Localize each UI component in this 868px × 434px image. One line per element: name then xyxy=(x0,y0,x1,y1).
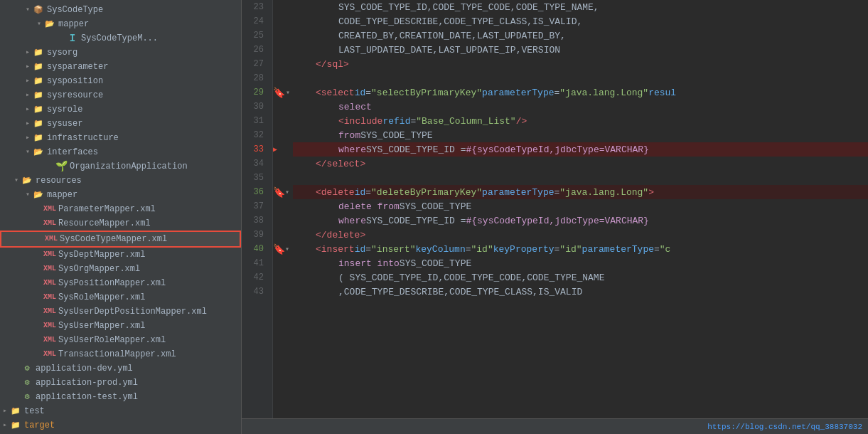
tree-item-sysposition[interactable]: 📁 sysposition xyxy=(0,74,241,88)
tree-arrow xyxy=(34,18,44,31)
tree-label: sysresource xyxy=(47,89,103,102)
line-num-31: 31 xyxy=(247,114,267,128)
file-tree[interactable]: 📦 SysCodeType 📂 mapper I SysCodeTypeM...… xyxy=(0,0,242,434)
collapse-icon-36[interactable]: ▾ xyxy=(285,188,289,196)
tree-item-sysorg[interactable]: 📁 sysorg xyxy=(0,46,241,60)
tree-item-test[interactable]: 📁 test xyxy=(0,404,241,418)
tree-label: sysparameter xyxy=(47,60,108,73)
code-content[interactable]: SYS_CODE_TYPE_ID,CODE_TYPE_CODE,CODE_TYP… xyxy=(287,0,868,418)
code-line-39: </delete> xyxy=(293,228,868,242)
tree-item-orgapp[interactable]: 🌱 OrganizationApplication xyxy=(0,159,241,174)
tree-label: SysUserMapper.xml xyxy=(58,319,145,332)
tree-item-appdev[interactable]: ⚙ application-dev.yml xyxy=(0,361,241,376)
bookmark-icon: 🔖 xyxy=(273,87,285,99)
tree-item-sysrolemapper[interactable]: XML SysRoleMapper.xml xyxy=(0,290,241,305)
tree-item-syscodetype[interactable]: 📦 SysCodeType xyxy=(0,3,241,17)
xml-icon: XML xyxy=(45,233,57,245)
tree-label: target xyxy=(24,419,55,432)
line-num-38: 38 xyxy=(247,213,267,228)
code-line-25: CREATED_BY,CREATION_DATE,LAST_UPDATED_BY… xyxy=(293,28,868,43)
tree-item-syscodetypemapper-iface[interactable]: I SysCodeTypeM... xyxy=(0,31,241,46)
code-line-31: <include refid="Base_Column_List" /> xyxy=(293,114,868,128)
folder-icon: 📁 xyxy=(33,90,44,101)
yaml-icon: ⚙ xyxy=(21,377,33,388)
tree-item-syspositionmapper[interactable]: XML SysPositionMapper.xml xyxy=(0,276,241,290)
tree-item-target[interactable]: 📁 target xyxy=(0,418,241,433)
tree-item-mapper-res[interactable]: 📂 mapper xyxy=(0,188,241,202)
tree-label: infrastructure xyxy=(47,132,119,144)
tree-arrow xyxy=(23,117,33,130)
tree-label: application-test.yml xyxy=(36,391,138,403)
xml-icon: XML xyxy=(44,263,55,275)
code-line-29: <select id="selectByPrimaryKey" paramete… xyxy=(293,85,868,100)
line-num-36: 36 xyxy=(247,185,267,199)
tree-item-sysuserdeptposition[interactable]: XML SysUserDeptPositionMapper.xml xyxy=(0,305,241,319)
gutter-icon-40: 🔖 ▾ xyxy=(273,242,287,256)
tree-item-sysusermapper[interactable]: XML SysUserMapper.xml xyxy=(0,319,241,333)
line-num-27: 27 xyxy=(247,57,267,71)
xml-icon: XML xyxy=(44,218,55,229)
tree-item-resourcemapper[interactable]: XML ResourceMapper.xml xyxy=(0,216,241,231)
code-line-27: </sql> xyxy=(293,57,868,71)
tree-label: ResourceMapper.xml xyxy=(58,217,151,230)
tree-item-syscodetypemapperxml[interactable]: XML SysCodeTypeMapper.xml xyxy=(0,231,241,248)
tree-label: sysposition xyxy=(47,75,103,88)
tree-item-parametermapper[interactable]: XML ParameterMapper.xml xyxy=(0,202,241,216)
line-num-23: 23 xyxy=(247,0,267,14)
tree-label: SysUserDeptPositionMapper.xml xyxy=(58,305,207,318)
tree-item-sysuser[interactable]: 📁 sysuser xyxy=(0,117,241,131)
line-numbers: 23 24 25 26 27 28 29 30 31 32 33 34 35 3… xyxy=(242,0,273,418)
tree-item-interfaces[interactable]: 📂 interfaces xyxy=(0,145,241,159)
code-line-38: where SYS_CODE_TYPE_ID = #{sysCodeTypeId… xyxy=(293,213,868,228)
folder-icon: 📂 xyxy=(44,18,55,30)
tree-item-sysresource[interactable]: 📁 sysresource xyxy=(0,88,241,102)
tree-item-resources[interactable]: 📂 resources xyxy=(0,174,241,188)
folder-icon: 📂 xyxy=(21,175,33,186)
code-line-43: ,CODE_TYPE_DESCRIBE,CODE_TYPE_CLASS,IS_V… xyxy=(293,285,868,299)
line-num-33: 33 xyxy=(247,142,267,157)
line-num-35: 35 xyxy=(247,171,267,185)
line-num-32: 32 xyxy=(247,128,267,142)
app-icon: 🌱 xyxy=(55,161,67,172)
folder-icon: 📂 xyxy=(33,189,44,201)
code-line-40: <insert id="insert" keyColumn="id" keyPr… xyxy=(293,242,868,256)
tree-arrow xyxy=(23,103,33,116)
code-line-30: select xyxy=(293,100,868,114)
editor-content[interactable]: 23 24 25 26 27 28 29 30 31 32 33 34 35 3… xyxy=(242,0,868,418)
tree-item-sysdeptmapper[interactable]: XML SysDeptMapper.xml xyxy=(0,248,241,262)
tree-item-sysorgmapper[interactable]: XML SysOrgMapper.xml xyxy=(0,262,241,276)
code-line-33: where SYS_CODE_TYPE_ID = #{sysCodeTypeId… xyxy=(293,142,868,157)
tree-label: ParameterMapper.xml xyxy=(58,203,156,216)
tree-label: SysDeptMapper.xml xyxy=(58,248,145,261)
line-num-43: 43 xyxy=(247,285,267,299)
xml-icon: XML xyxy=(44,306,55,317)
xml-icon: XML xyxy=(44,320,55,332)
tree-arrow xyxy=(23,146,33,159)
collapse-icon[interactable]: ▾ xyxy=(286,88,290,97)
tree-label: test xyxy=(24,405,45,418)
folder-icon: 📂 xyxy=(33,147,44,158)
tree-item-apptest[interactable]: ⚙ application-test.yml xyxy=(0,390,241,404)
tree-item-transactionalmapper[interactable]: XML TransactionalMapper.xml xyxy=(0,347,241,361)
tree-arrow xyxy=(11,174,21,187)
tree-item-appprod[interactable]: ⚙ application-prod.yml xyxy=(0,376,241,390)
tree-item-sysuserrolemapper[interactable]: XML SysUserRoleMapper.xml xyxy=(0,333,241,347)
xml-icon: XML xyxy=(44,249,55,260)
tree-item-mapper-parent[interactable]: 📂 mapper xyxy=(0,17,241,31)
tree-arrow xyxy=(23,189,33,201)
tree-arrow xyxy=(23,132,33,144)
gutter-icon-29: 🔖 ▾ xyxy=(273,85,287,100)
tree-item-infrastructure[interactable]: 📁 infrastructure xyxy=(0,131,241,145)
code-line-32: from SYS_CODE_TYPE xyxy=(293,128,868,142)
line-num-37: 37 xyxy=(247,199,267,213)
tree-label: application-prod.yml xyxy=(36,376,138,389)
tree-arrow xyxy=(23,46,33,59)
xml-icon: XML xyxy=(44,203,55,215)
interface-icon: I xyxy=(67,33,78,44)
tree-item-sysrole[interactable]: 📁 sysrole xyxy=(0,102,241,117)
collapse-icon-40[interactable]: ▾ xyxy=(285,245,289,253)
tree-label: mapper xyxy=(47,189,77,201)
gutter-icon-36: 🔖 ▾ xyxy=(273,185,287,199)
tree-item-sysparameter[interactable]: 📁 sysparameter xyxy=(0,60,241,74)
folder-icon: 📁 xyxy=(10,406,21,417)
